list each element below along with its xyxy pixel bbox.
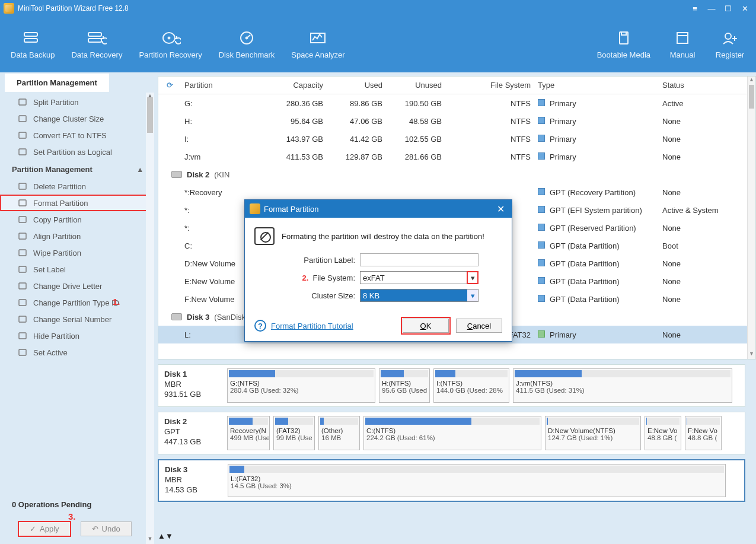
- sidebar-item-hide[interactable]: Hide Partition: [0, 327, 154, 344]
- serial-icon: [18, 314, 27, 324]
- table-row[interactable]: I:143.97 GB41.42 GB102.55 GBNTFSPrimaryN…: [158, 130, 755, 148]
- sidebar-item-cluster[interactable]: Change Cluster Size: [0, 110, 154, 127]
- tutorial-link[interactable]: Format Partition Tutorial: [271, 322, 353, 330]
- sidebar-item-label: Copy Partition: [33, 215, 82, 224]
- table-row[interactable]: H:95.64 GB47.06 GB48.58 GBNTFSPrimaryNon…: [158, 112, 755, 130]
- color-swatch: [538, 117, 545, 124]
- chevron-up-icon: ▴: [138, 165, 142, 174]
- toolbar-manual[interactable]: Manual: [659, 26, 706, 64]
- toolbar-label: Register: [716, 50, 744, 59]
- table-row[interactable]: G:280.36 GB89.86 GB190.50 GBNTFSPrimaryA…: [158, 94, 755, 112]
- refresh-icon[interactable]: ⟳: [158, 81, 181, 90]
- toolbar-bootable-media[interactable]: Bootable Media: [589, 26, 659, 64]
- wipe-icon: [18, 248, 27, 257]
- partition-cell[interactable]: J:vm(NTFS)411.5 GB (Used: 31%): [513, 368, 732, 403]
- sidebar-item-align[interactable]: Align Partition: [0, 228, 154, 244]
- disk-header[interactable]: Disk 2 (KIN: [158, 166, 755, 183]
- help-icon[interactable]: ?: [254, 320, 266, 332]
- toolbar-label: Manual: [670, 50, 696, 59]
- maps-scrollbar[interactable]: ▲▼: [158, 532, 756, 540]
- partition-cell[interactable]: I:(NTFS)144.0 GB (Used: 28%: [433, 368, 509, 403]
- svg-rect-11: [677, 33, 688, 43]
- partition-cell[interactable]: L:(FAT32)14.5 GB (Used: 3%): [228, 464, 726, 497]
- svg-rect-24: [19, 250, 26, 256]
- disk-map-row[interactable]: Disk 2GPT447.13 GBRecovery(N499 MB (Use(…: [158, 412, 745, 454]
- sidebar-tab[interactable]: Partition Management: [5, 74, 109, 92]
- toolbar-data-backup[interactable]: Data Backup: [2, 26, 63, 64]
- sidebar-item-label: Align Partition: [33, 232, 81, 241]
- col-status[interactable]: Status: [659, 81, 755, 90]
- cluster-size-select[interactable]: 8 KB▾: [360, 289, 479, 302]
- maximize-icon[interactable]: ☐: [724, 4, 732, 12]
- svg-rect-19: [19, 149, 26, 155]
- ok-button[interactable]: OK: [403, 319, 449, 333]
- sidebar-item-format[interactable]: Format Partition: [0, 195, 154, 211]
- active-icon: [18, 348, 27, 357]
- sidebar-scrollbar[interactable]: ▲▼: [146, 93, 154, 544]
- sidebar-item-label: Change Cluster Size: [33, 114, 104, 123]
- col-used[interactable]: Used: [327, 81, 386, 90]
- menu-icon[interactable]: ≡: [691, 4, 699, 12]
- sidebar-item-active[interactable]: Set Active: [0, 344, 154, 361]
- partition-cell[interactable]: Recovery(N499 MB (Use: [227, 416, 270, 450]
- toolbar-label: Disk Benchmark: [219, 50, 275, 59]
- toolbar-space-analyzer[interactable]: Space Analyzer: [283, 26, 353, 64]
- col-unused[interactable]: Unused: [386, 81, 445, 90]
- toolbar-data-recovery[interactable]: Data Recovery: [63, 26, 130, 64]
- sidebar-item-letter[interactable]: Change Drive Letter: [0, 278, 154, 294]
- apply-button[interactable]: ✓ Apply: [18, 521, 71, 537]
- partition-cell[interactable]: (FAT32)99 MB (Use: [273, 416, 315, 450]
- undo-button[interactable]: ↶ Undo: [81, 521, 132, 536]
- disk-map-row[interactable]: Disk 1MBR931.51 GBG:(NTFS)280.4 GB (Used…: [158, 364, 745, 407]
- dropdown-icon[interactable]: ▾: [467, 272, 478, 284]
- color-swatch: [538, 135, 545, 142]
- svg-rect-17: [19, 116, 26, 122]
- cancel-button[interactable]: Cancel: [456, 319, 502, 333]
- dialog-close-icon[interactable]: ✕: [495, 203, 507, 215]
- sidebar-item-serial[interactable]: Change Serial Number: [0, 311, 154, 327]
- table-row[interactable]: J:vm411.53 GB129.87 GB281.66 GBNTFSPrima…: [158, 148, 755, 166]
- partition-cell[interactable]: D:New Volume(NTFS)124.7 GB (Used: 1%): [545, 416, 641, 450]
- cluster-size-label: Cluster Size:: [254, 291, 360, 300]
- disk-maps: Disk 1MBR931.51 GBG:(NTFS)280.4 GB (Used…: [158, 360, 756, 532]
- partition-cell[interactable]: C:(NTFS)224.2 GB (Used: 61%): [363, 416, 541, 450]
- color-swatch: [538, 188, 545, 195]
- partition-cell[interactable]: H:(NTFS)95.6 GB (Used: [379, 368, 430, 403]
- sidebar-item-split[interactable]: Split Partition: [0, 94, 154, 110]
- col-capacity[interactable]: Capacity: [261, 81, 327, 90]
- dialog-icon: [250, 203, 260, 214]
- dropdown-icon[interactable]: ▾: [467, 290, 478, 301]
- color-swatch: [538, 206, 545, 213]
- partition-cell[interactable]: G:(NTFS)280.4 GB (Used: 32%): [227, 368, 375, 403]
- sidebar-item-copy[interactable]: Copy Partition: [0, 211, 154, 228]
- sidebar-item-wipe[interactable]: Wipe Partition: [0, 244, 154, 261]
- col-filesystem[interactable]: File System: [445, 81, 534, 90]
- operations-pending: 0 Operations Pending: [0, 494, 154, 515]
- partition-label-label: Partition Label:: [254, 256, 360, 265]
- format-icon: [18, 198, 27, 208]
- sidebar-item-typeid[interactable]: Change Partition Type ID: [0, 294, 154, 311]
- col-partition[interactable]: Partition: [181, 81, 261, 90]
- sidebar-header[interactable]: Partition Management▴: [0, 160, 154, 178]
- sidebar-item-convert[interactable]: Convert FAT to NTFS: [0, 127, 154, 144]
- partition-cell[interactable]: F:New Vo48.8 GB (: [685, 416, 722, 450]
- partition-cell[interactable]: (Other)16 MB: [318, 416, 360, 450]
- disk-map-row[interactable]: Disk 3MBR14.53 GBL:(FAT32)14.5 GB (Used:…: [158, 459, 745, 502]
- close-icon[interactable]: ✕: [741, 4, 749, 12]
- list-scrollbar[interactable]: ▲▼: [747, 77, 755, 359]
- sidebar-item-delete[interactable]: Delete Partition: [0, 178, 154, 195]
- list-header: ⟳ Partition Capacity Used Unused File Sy…: [158, 77, 755, 94]
- col-type[interactable]: Type: [534, 81, 659, 90]
- toolbar-partition-recovery[interactable]: Partition Recovery: [130, 26, 210, 64]
- table-row[interactable]: *:RecoveryGPT (Recovery Partition)None: [158, 183, 755, 201]
- svg-rect-26: [19, 283, 26, 289]
- partition-cell[interactable]: E:New Vo48.8 GB (: [645, 416, 681, 450]
- filesystem-select[interactable]: exFAT▾: [360, 271, 479, 284]
- toolbar-register[interactable]: Register: [706, 26, 754, 64]
- sidebar-item-logical[interactable]: Set Partition as Logical: [0, 144, 154, 160]
- sidebar-item-label[interactable]: Set Label: [0, 261, 154, 278]
- toolbar-disk-benchmark[interactable]: Disk Benchmark: [210, 26, 283, 64]
- svg-rect-3: [88, 39, 101, 42]
- partition-label-input[interactable]: [360, 253, 479, 266]
- minimize-icon[interactable]: —: [707, 4, 716, 12]
